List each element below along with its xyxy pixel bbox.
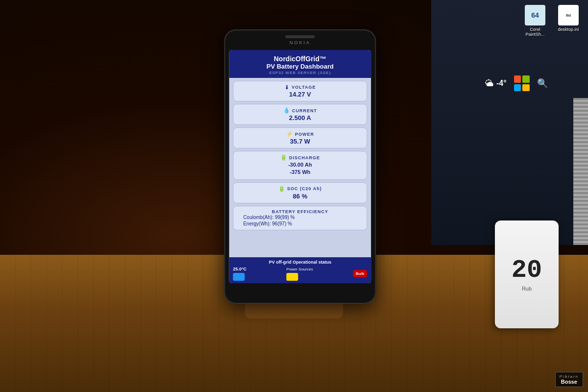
phone-brand: NOKIA — [290, 40, 311, 45]
discharge-value: -30.00 Ah -375 Wh — [238, 161, 362, 176]
voltage-value: 14.27 V — [238, 91, 362, 98]
droplet-icon: 💧 — [283, 107, 291, 114]
indicator-grid — [286, 273, 298, 281]
battery-icon: 🔋 — [280, 154, 288, 161]
soc-card: 🔋 SOC (C20 Ah) 86 % — [233, 182, 367, 203]
cloud-icon: 🌥 — [485, 78, 494, 89]
dashboard: NordicOffGrid™ PV Battery Dashboard ESP3… — [229, 50, 371, 283]
weather-temp: -4° — [496, 79, 507, 88]
thermo-reading: 20 — [512, 258, 542, 283]
win-square-2 — [522, 75, 530, 83]
watermark-line1: Plåtarn — [560, 374, 579, 379]
desktop-icon-ini[interactable]: INI desktop.ini — [554, 5, 583, 37]
dash-cards: 🌡 VOLTAGE 14.27 V 💧 CURRENT 2.500 A — [229, 78, 371, 257]
dash-title-sub: PV Battery Dashboard — [233, 63, 367, 70]
status-bar: PV off-grid Operational status 25.0°C Po… — [229, 257, 371, 283]
status-row: 25.0°C Power Sources Bulk — [233, 267, 367, 281]
search-icon: 🔍 — [537, 78, 548, 89]
phone-screen: NordicOffGrid™ PV Battery Dashboard ESP3… — [229, 50, 371, 283]
phone: NOKIA NordicOffGrid™ PV Battery Dashboar… — [224, 29, 376, 304]
energy-value: 96(97) % — [272, 221, 292, 226]
desktop-icons: 64 Corel PaintSh... INI desktop.ini — [520, 5, 583, 37]
indicator-solar — [233, 273, 245, 281]
discharge-label: 🔋 DISCHARGE — [238, 154, 362, 161]
source-indicators — [286, 273, 313, 281]
current-label: 💧 CURRENT — [238, 107, 362, 114]
windows-logo — [514, 75, 530, 91]
coulomb-row: Coulomb(Ah): 99(99) % — [238, 214, 362, 220]
current-card: 💧 CURRENT 2.500 A — [233, 104, 367, 125]
icon-label-ini: desktop.ini — [558, 27, 579, 32]
energy-row: Energy(Wh): 96(97) % — [238, 220, 362, 227]
weather-widget: 🌥 -4° — [485, 78, 507, 89]
icon-label-corel: Corel PaintSh... — [520, 27, 550, 37]
desktop-icon-corel[interactable]: 64 Corel PaintSh... — [520, 5, 550, 37]
efficiency-card: BATTERY EFFICIENCY Coulomb(Ah): 99(99) %… — [233, 206, 367, 230]
thermo-brand: Rub — [522, 286, 532, 292]
power-card: ⚡ POWER 35.7 W — [233, 127, 367, 148]
win-square-1 — [514, 75, 521, 83]
power-value: 35.7 W — [238, 138, 362, 145]
status-title: PV off-grid Operational status — [233, 260, 367, 265]
voltage-label: 🌡 VOLTAGE — [238, 84, 362, 90]
watermark-line2: Bosse — [561, 379, 577, 385]
thermometer-icon: 🌡 — [284, 84, 290, 90]
monitor-ribs — [573, 98, 588, 245]
soc-value: 86 % — [238, 193, 362, 200]
voltage-card: 🌡 VOLTAGE 14.27 V — [233, 81, 367, 101]
discharge-card: 🔋 DISCHARGE -30.00 Ah -375 Wh — [233, 151, 367, 180]
current-value: 2.500 A — [238, 114, 362, 122]
coulomb-value: 99(99) % — [275, 215, 295, 220]
dash-subtitle: ESP32 WEB SERVER (SSE) — [233, 71, 367, 75]
sources-section: Power Sources — [286, 267, 313, 281]
power-label: ⚡ POWER — [238, 131, 362, 137]
win-square-4 — [522, 84, 530, 92]
lightning-icon: ⚡ — [286, 131, 294, 137]
win-square-3 — [514, 84, 521, 92]
dash-header: NordicOffGrid™ PV Battery Dashboard ESP3… — [229, 50, 371, 78]
dash-title-main: NordicOffGrid™ — [233, 55, 367, 63]
status-indicators — [233, 273, 246, 281]
watermark: Plåtarn Bosse — [555, 372, 583, 387]
efficiency-label: BATTERY EFFICIENCY — [238, 209, 362, 214]
status-temp: 25.0°C — [233, 267, 246, 281]
soc-label: 🔋 SOC (C20 Ah) — [238, 186, 362, 192]
thermo-device: 20 Rub — [495, 220, 559, 328]
soc-battery-icon: 🔋 — [278, 186, 286, 192]
bulk-button[interactable]: Bulk — [353, 270, 367, 277]
windows-area: 🌥 -4° 🔍 — [485, 64, 573, 103]
coulomb-label: Coulomb(Ah): — [243, 215, 273, 220]
phone-speaker — [285, 35, 315, 38]
energy-label: Energy(Wh): — [243, 221, 270, 226]
desktop-area: 64 Corel PaintSh... INI desktop.ini 🌥 -4… — [431, 0, 588, 245]
